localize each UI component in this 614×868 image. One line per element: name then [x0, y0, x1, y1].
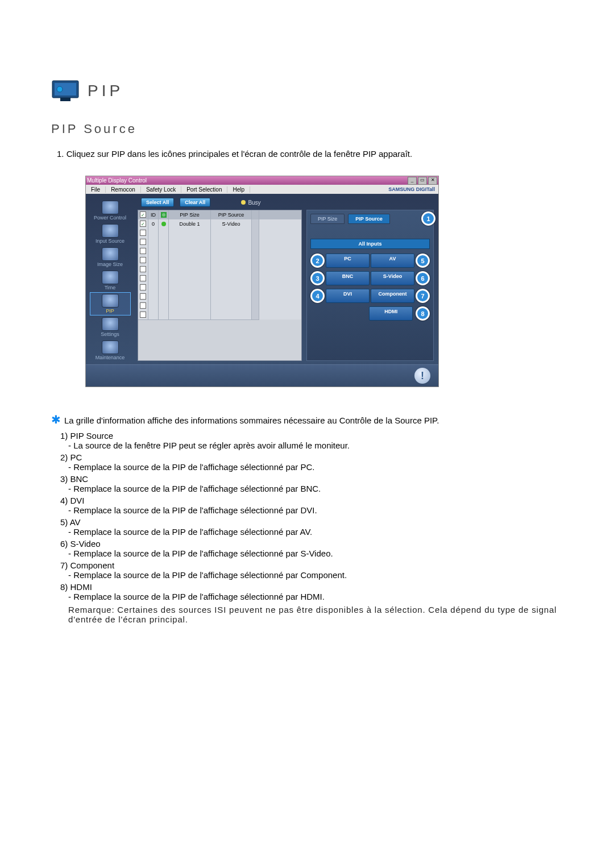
sidebar-item-label: Maintenance — [96, 355, 125, 360]
cell — [252, 274, 259, 284]
note-line: ✱ La grille d'information affiche des in… — [51, 416, 563, 425]
table-row[interactable] — [138, 310, 301, 319]
cell — [138, 292, 148, 302]
sidebar-item-image-size[interactable]: Image Size — [90, 246, 130, 268]
star-icon: ✱ — [51, 416, 61, 425]
table-row[interactable] — [138, 301, 301, 310]
cell — [138, 310, 148, 320]
column-header: PIP Source — [211, 210, 252, 220]
table-row[interactable] — [138, 265, 301, 274]
source-dvi-button[interactable]: DVI — [326, 289, 370, 303]
tab-pip-source[interactable]: PIP Source — [348, 214, 389, 224]
item-desc: - La source de la fenêtre PIP peut se ré… — [68, 441, 563, 450]
callout-7: 7 — [416, 289, 430, 303]
brand-label: SAMSUNG DIGITall — [388, 186, 438, 192]
table-row[interactable] — [138, 274, 301, 283]
monitor-icon — [51, 80, 80, 102]
cell — [211, 229, 252, 238]
pip-header: PIP — [51, 80, 563, 102]
sidebar-item-settings[interactable]: Settings — [90, 316, 130, 338]
cell — [159, 274, 169, 284]
title-bar: Multiple Display Control _ ▭ ✕ — [86, 176, 438, 185]
source-av-button[interactable]: AV — [371, 254, 414, 268]
table-row[interactable] — [138, 256, 301, 265]
cell — [211, 310, 252, 320]
sidebar: Power ControlInput SourceImage SizeTimeP… — [86, 194, 134, 364]
menu-file[interactable]: File — [86, 186, 106, 193]
cell — [169, 229, 211, 238]
list-item: 7) Component- Remplace la source de la P… — [60, 560, 563, 580]
close-button[interactable]: ✕ — [428, 177, 437, 185]
cell — [159, 283, 169, 293]
sidebar-item-pip[interactable]: PIP — [90, 293, 130, 315]
sidebar-item-maintenance[interactable]: Maintenance — [90, 339, 130, 362]
remark-text: Remarque: Certaines des sources ISI peuv… — [68, 605, 563, 624]
section-title: PIP Source — [51, 122, 563, 136]
cell — [138, 301, 148, 311]
source-svideo-button[interactable]: S-Video — [371, 271, 414, 285]
item-desc: - Remplace la source de la PIP de l'affi… — [68, 570, 563, 580]
cell — [138, 247, 148, 256]
sidebar-item-label: Image Size — [97, 261, 123, 267]
sidebar-item-power-control[interactable]: Power Control — [90, 200, 130, 222]
busy-dot-icon — [241, 200, 246, 205]
cell — [159, 301, 169, 311]
cell: S-Video — [211, 219, 252, 229]
tab-pip-size[interactable]: PIP Size — [310, 214, 345, 224]
cell — [211, 292, 252, 302]
cell — [159, 247, 169, 256]
cell: Double 1 — [169, 219, 211, 229]
callout-6: 6 — [416, 271, 430, 285]
cell — [148, 292, 159, 302]
source-hdmi-button[interactable]: HDMI — [369, 306, 413, 321]
cell — [138, 229, 148, 238]
table-row[interactable] — [138, 229, 301, 238]
cell — [169, 292, 211, 302]
menu-port-selection[interactable]: Port Selection — [181, 186, 227, 193]
cell — [252, 283, 259, 293]
list-item: 1) PIP Source- La source de la fenêtre P… — [60, 431, 563, 450]
menu-safety-lock[interactable]: Safety Lock — [141, 186, 181, 193]
table-row[interactable] — [138, 283, 301, 292]
cell — [169, 283, 211, 293]
instruction-line: 1. Cliquez sur PIP dans les icônes princ… — [57, 149, 563, 159]
svg-rect-3 — [60, 98, 70, 101]
cell — [148, 256, 159, 265]
sidebar-item-time[interactable]: Time — [90, 269, 130, 292]
sidebar-item-input-source[interactable]: Input Source — [90, 223, 130, 245]
status-strip: ! — [86, 364, 438, 387]
cell — [159, 229, 169, 238]
clear-all-button[interactable]: Clear All — [180, 198, 210, 207]
cell — [169, 256, 211, 265]
app-window: Multiple Display Control _ ▭ ✕ FileRemoc… — [85, 176, 439, 387]
source-pc-button[interactable]: PC — [326, 254, 370, 268]
cell — [159, 238, 169, 247]
item-desc: - Remplace la source de la PIP de l'affi… — [68, 484, 563, 493]
column-header — [252, 210, 259, 220]
cell — [169, 310, 211, 320]
note-text: La grille d'information affiche des info… — [64, 416, 439, 425]
cell — [148, 283, 159, 293]
svg-point-2 — [57, 86, 63, 92]
minimize-button[interactable]: _ — [408, 177, 417, 185]
list-item: 3) BNC- Remplace la source de la PIP de … — [60, 474, 563, 493]
maximize-button[interactable]: ▭ — [418, 177, 427, 185]
cell — [252, 301, 259, 311]
cell — [138, 219, 148, 229]
menu-help[interactable]: Help — [227, 186, 250, 193]
sidebar-item-label: Time — [105, 285, 116, 290]
cell — [148, 301, 159, 311]
sidebar-item-label: Power Control — [94, 215, 126, 221]
alert-icon: ! — [414, 368, 430, 384]
source-component-button[interactable]: Component — [371, 289, 414, 303]
table-row[interactable]: 0Double 1S-Video — [138, 219, 301, 229]
menu-remocon[interactable]: Remocon — [106, 186, 141, 193]
select-all-button[interactable]: Select All — [141, 198, 174, 207]
cell — [252, 247, 259, 256]
table-row[interactable] — [138, 247, 301, 256]
table-row[interactable] — [138, 292, 301, 301]
table-row[interactable] — [138, 238, 301, 247]
instruction-number: 1. — [57, 149, 64, 159]
source-bnc-button[interactable]: BNC — [326, 271, 370, 285]
busy-label: Busy — [248, 200, 260, 206]
